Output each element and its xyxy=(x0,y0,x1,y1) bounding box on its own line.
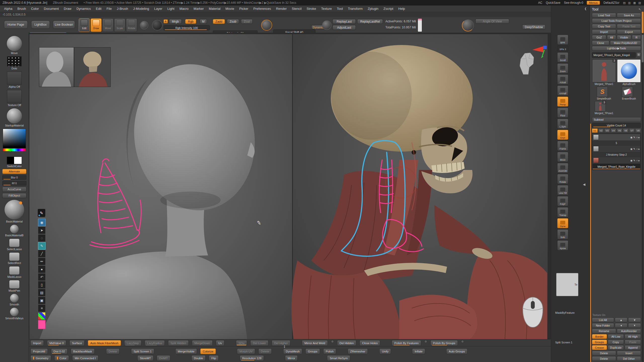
list-all-button[interactable]: List All xyxy=(592,318,614,322)
draw-size-orb-icon[interactable] xyxy=(261,20,272,31)
tray-button[interactable]: Resolution 128 xyxy=(240,355,264,361)
sidebar-item[interactable]: Texture Off xyxy=(7,90,22,107)
tray-button[interactable]: Unify xyxy=(379,348,391,354)
menu-item[interactable]: Zscript xyxy=(381,6,396,12)
tray-button[interactable] xyxy=(424,340,427,343)
tool-thumbnail-merged-tpose[interactable]: 3 xyxy=(592,59,616,82)
right-shelf-button[interactable]: Scroll xyxy=(557,52,568,62)
tray-button[interactable]: Close Holes xyxy=(359,340,380,346)
right-shelf-button[interactable]: Gxyz xyxy=(557,130,568,140)
select-arrow-icon[interactable]: ➤ xyxy=(38,227,46,234)
subtool-version-tab[interactable]: V7 xyxy=(629,128,635,133)
right-shelf-button[interactable]: Rotate xyxy=(557,174,568,184)
tray-button[interactable]: DelMT xyxy=(157,355,170,361)
rotate-mode-button[interactable]: Rotate xyxy=(126,18,137,32)
subtool-row-icon[interactable]: ○ xyxy=(636,148,638,150)
menu-item[interactable]: Transform xyxy=(345,6,365,12)
menu-item[interactable]: Document xyxy=(41,6,61,12)
sidebar-thumbnail[interactable] xyxy=(7,108,22,123)
save-as-button[interactable]: Save As xyxy=(617,13,641,18)
tray-button[interactable]: Smart ReSym xyxy=(327,355,350,361)
menu-item[interactable]: Tool xyxy=(334,6,345,12)
sidebar-item[interactable]: Dots xyxy=(7,56,22,70)
menu-item[interactable]: Brush xyxy=(15,6,28,12)
sidebar-item[interactable]: MaskLasso xyxy=(7,266,21,278)
right-shelf-button[interactable]: Move xyxy=(557,152,568,162)
tray-button[interactable]: Double xyxy=(191,355,206,361)
adjust-last-button[interactable]: AdjustLast xyxy=(333,25,356,30)
tray-collapse-arrows[interactable]: ▲▼ xyxy=(284,345,286,348)
sidebar-item[interactable]: BasicMaterial xyxy=(5,200,24,223)
live-boolean-button[interactable]: Live Boolean xyxy=(53,21,75,29)
m-button[interactable]: M xyxy=(200,19,207,24)
tray-button[interactable] xyxy=(461,340,464,343)
pen-icon[interactable]: ✎ xyxy=(38,242,46,250)
sidebar-item[interactable]: Alternate xyxy=(2,169,26,174)
sidebar-thumbnail[interactable] xyxy=(5,200,24,219)
tray-button[interactable]: Mirror xyxy=(285,355,298,361)
right-shelf-button[interactable]: AAHalf xyxy=(557,85,568,96)
tray-button[interactable]: Colorize xyxy=(200,348,216,354)
lasso-icon[interactable]: ◌ xyxy=(38,234,46,242)
camera-preview-head[interactable] xyxy=(518,51,535,75)
subtool-version-tab[interactable]: V2 xyxy=(598,128,604,133)
tray-button[interactable]: Mirror And Weld xyxy=(302,340,328,346)
subtool-version-tab[interactable]: V4 xyxy=(611,128,616,133)
tray-button[interactable]: ProjectAll xyxy=(30,348,48,354)
right-shelf-button[interactable]: Line Fill xyxy=(557,185,568,195)
sidebar-item[interactable]: Move xyxy=(7,36,22,55)
dot-brush-icon[interactable]: ● xyxy=(38,265,46,273)
menu-item[interactable]: Color xyxy=(28,6,41,12)
tray-button[interactable]: Polish xyxy=(323,348,336,354)
subtool-row-icon[interactable]: ▸ xyxy=(638,148,640,150)
menu-item[interactable]: Dynamics xyxy=(74,6,93,12)
sidebar-item[interactable]: AccuCurve xyxy=(2,187,26,192)
menu-item[interactable]: Zplugin xyxy=(365,6,381,12)
window-grid-icon[interactable]: ▤ xyxy=(623,1,626,5)
pink-color-swatch[interactable] xyxy=(38,320,46,329)
right-shelf-button[interactable]: Persp xyxy=(557,97,568,107)
tool-panel-scrollbar[interactable] xyxy=(642,11,643,362)
tray-button[interactable]: StoreMT xyxy=(137,355,153,361)
points-gauge[interactable] xyxy=(418,18,422,32)
notes-icon[interactable]: ≡ xyxy=(38,304,46,312)
folder-out-button[interactable]: ▾ xyxy=(628,323,641,328)
draw-mode-button[interactable]: Draw xyxy=(91,18,102,32)
zsub-button[interactable]: Zsub xyxy=(227,19,239,24)
sidebar-thumbnail[interactable] xyxy=(7,72,22,85)
current-tool-name[interactable]: Merged_TPose1_Ryan_Kingsli xyxy=(592,52,636,58)
note-box[interactable]: Te xyxy=(556,273,578,296)
z-axis-handle[interactable] xyxy=(543,46,547,49)
subtool-row[interactable]: ◉✎○▸ xyxy=(593,134,640,141)
color-palette-swatch[interactable] xyxy=(38,312,46,320)
tray-button[interactable]: Polish By Features xyxy=(392,340,421,346)
sidebar-thumbnail[interactable] xyxy=(10,308,19,316)
subtool-row-icon[interactable]: ◉ xyxy=(630,159,633,162)
subtool-version-tab[interactable]: V3 xyxy=(604,128,610,133)
subtool-row-icon[interactable]: ◉ xyxy=(630,148,633,150)
right-shelf-button[interactable]: Dyna xyxy=(557,218,568,228)
split-screen-button[interactable]: Split Screen 1 xyxy=(555,341,572,344)
sidebar-thumbnail[interactable] xyxy=(10,225,19,233)
menu-item[interactable]: Alpha xyxy=(2,6,15,12)
tray-button[interactable]: DynaMesh xyxy=(283,348,302,354)
tray-button[interactable]: Split Hidden xyxy=(168,340,189,346)
subtool-row-icon[interactable]: ◉ xyxy=(630,136,633,139)
subtool-row[interactable]: ◉✎○▸ xyxy=(593,146,640,152)
menu-item[interactable]: Edit xyxy=(93,6,104,12)
delete-button[interactable]: Delete xyxy=(592,356,616,361)
tray-button[interactable]: Flip xyxy=(209,355,219,361)
sidebar-thumbnail[interactable] xyxy=(9,280,20,289)
menu-item[interactable]: File xyxy=(104,6,114,12)
knife-icon[interactable]: ╱ xyxy=(38,250,46,257)
zcut-button[interactable]: Zcut xyxy=(241,19,253,24)
goz-visible-button[interactable]: Visible xyxy=(617,35,631,40)
tray-button[interactable]: Surface xyxy=(69,340,85,346)
menu-item[interactable]: Render xyxy=(273,6,289,12)
sidebar-item[interactable]: FillObject xyxy=(2,193,26,198)
right-shelf-button[interactable]: Zoom xyxy=(557,63,568,73)
all-low-button[interactable]: All Low xyxy=(608,334,624,339)
menu-item[interactable]: Stencil xyxy=(289,6,304,12)
insert-button[interactable]: Insert xyxy=(617,351,641,355)
stroke-replay-orb-icon[interactable] xyxy=(322,20,332,30)
